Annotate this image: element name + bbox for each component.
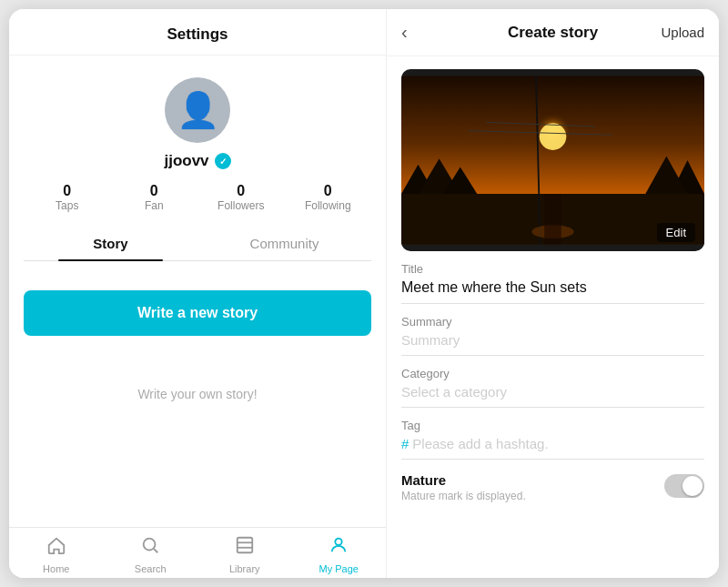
- settings-header: Settings: [9, 9, 386, 56]
- edit-overlay-button[interactable]: Edit: [657, 223, 695, 242]
- nav-library[interactable]: Library: [197, 535, 292, 574]
- search-icon: [140, 535, 160, 561]
- tab-community[interactable]: Community: [197, 227, 371, 260]
- search-label: Search: [135, 563, 167, 574]
- empty-story-text: Write your own story!: [24, 387, 371, 401]
- fan-label: Fan: [145, 199, 164, 212]
- summary-input[interactable]: Summary: [401, 332, 704, 356]
- cover-image[interactable]: Edit: [401, 69, 704, 251]
- category-label: Category: [401, 367, 704, 380]
- tab-story[interactable]: Story: [24, 227, 197, 260]
- stat-followers: 0 Followers: [197, 183, 285, 212]
- svg-point-5: [336, 539, 342, 545]
- write-story-button[interactable]: Write a new story: [24, 290, 371, 336]
- tag-hash-symbol: #: [401, 436, 409, 451]
- bottom-nav: Home Search: [9, 527, 386, 578]
- category-select[interactable]: Select a category: [401, 384, 704, 408]
- nav-search[interactable]: Search: [104, 535, 198, 574]
- library-icon: [235, 535, 255, 561]
- svg-rect-2: [238, 538, 253, 553]
- following-label: Following: [305, 199, 351, 212]
- stat-taps: 0 Taps: [24, 183, 111, 212]
- following-number: 0: [324, 183, 332, 199]
- create-story-content: Edit Title Meet me where the Sun sets Su…: [387, 56, 719, 578]
- back-button[interactable]: ‹: [401, 22, 408, 43]
- svg-point-8: [540, 123, 567, 150]
- tabs-row: Story Community: [24, 227, 371, 261]
- mypage-label: My Page: [319, 563, 359, 574]
- home-icon: [46, 535, 66, 561]
- left-panel: Settings 👤 jjoovv ✓ 0 Taps 0 Fan 0: [9, 9, 387, 578]
- fan-number: 0: [150, 183, 158, 199]
- toggle-knob: [682, 476, 703, 496]
- svg-rect-19: [544, 194, 561, 245]
- mature-text: Mature Mature mark is displayed.: [401, 472, 526, 502]
- library-label: Library: [229, 563, 260, 574]
- profile-section: 👤 jjoovv ✓ 0 Taps 0 Fan 0 Followers: [9, 56, 386, 276]
- mature-row: Mature Mature mark is displayed.: [401, 472, 704, 502]
- nav-mypage[interactable]: My Page: [292, 535, 387, 574]
- title-value[interactable]: Meet me where the Sun sets: [401, 279, 704, 304]
- username-row: jjoovv ✓: [164, 152, 230, 170]
- avatar: 👤: [165, 77, 230, 143]
- username: jjoovv: [164, 152, 208, 170]
- followers-number: 0: [237, 183, 245, 199]
- mature-title: Mature: [401, 472, 526, 488]
- summary-label: Summary: [401, 315, 704, 329]
- taps-number: 0: [63, 183, 71, 199]
- stat-fan: 0 Fan: [111, 183, 198, 212]
- home-label: Home: [43, 563, 69, 574]
- followers-label: Followers: [217, 199, 264, 212]
- story-form: Title Meet me where the Sun sets Summary…: [401, 262, 704, 502]
- taps-label: Taps: [56, 199, 78, 212]
- create-story-title: Create story: [508, 24, 598, 42]
- nav-home[interactable]: Home: [9, 535, 104, 574]
- create-story-header: ‹ Create story Upload: [387, 9, 719, 56]
- left-content: Write a new story Write your own story!: [9, 276, 386, 527]
- svg-line-1: [154, 549, 157, 552]
- mature-desc: Mature mark is displayed.: [401, 490, 526, 502]
- svg-point-0: [144, 539, 156, 551]
- right-panel: ‹ Create story Upload: [387, 9, 719, 578]
- mature-toggle[interactable]: [664, 474, 704, 498]
- tag-label: Tag: [401, 419, 704, 432]
- title-label: Title: [401, 262, 704, 276]
- tag-placeholder: Please add a hashtag.: [412, 436, 548, 451]
- mypage-icon: [329, 535, 349, 561]
- stat-following: 0 Following: [285, 183, 372, 212]
- tag-input-row[interactable]: # Please add a hashtag.: [401, 436, 704, 460]
- stats-row: 0 Taps 0 Fan 0 Followers 0 Following: [24, 183, 371, 212]
- upload-button[interactable]: Upload: [661, 25, 704, 40]
- verified-badge: ✓: [215, 153, 231, 169]
- avatar-icon: 👤: [177, 90, 219, 130]
